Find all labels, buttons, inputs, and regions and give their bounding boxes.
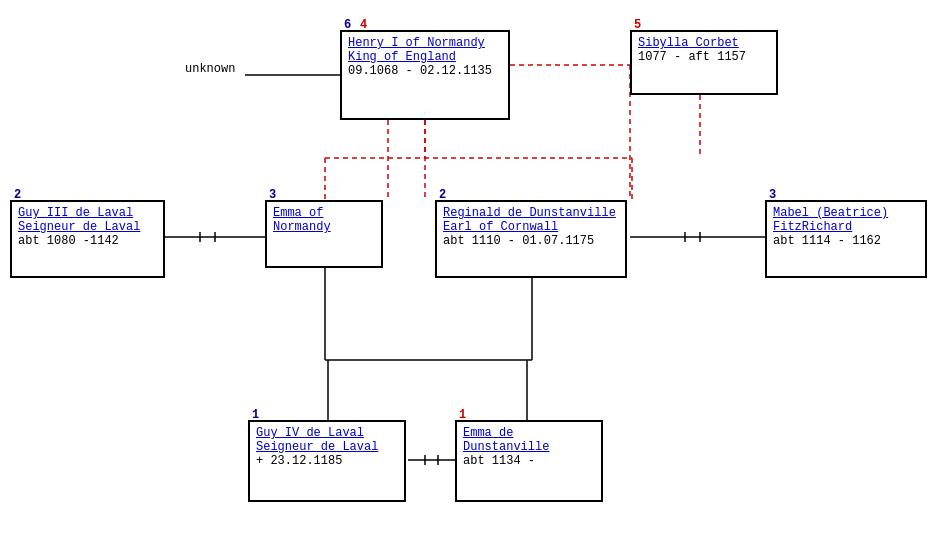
emma-dunst-name1: Emma de — [463, 426, 513, 440]
guy4-name1: Guy IV de Laval — [256, 426, 364, 440]
reginald-dates: abt 1110 - 01.07.1175 — [443, 234, 594, 248]
guy3-link[interactable]: Guy III de Laval Seigneur de Laval — [18, 206, 140, 234]
emma-normandy-link[interactable]: Emma of Normandy — [273, 206, 331, 234]
badge-guy3-2: 2 — [14, 188, 21, 202]
unknown-label: unknown — [185, 62, 235, 76]
badge-henry-6: 6 — [344, 18, 351, 32]
badge-sibylla-5: 5 — [634, 18, 641, 32]
henry-name1: Henry I of Normandy — [348, 36, 485, 50]
mabel-dates: abt 1114 - 1162 — [773, 234, 881, 248]
guy4-name2: Seigneur de Laval — [256, 440, 378, 454]
sibylla-name1: Sibylla Corbet — [638, 36, 739, 50]
family-tree-chart: unknown 6 4 Henry I of Normandy King of … — [0, 0, 951, 551]
badge-reginald-2: 2 — [439, 188, 446, 202]
henry-link[interactable]: Henry I of Normandy King of England — [348, 36, 485, 64]
guy3-dates: abt 1080 -1142 — [18, 234, 119, 248]
badge-emma-normandy-3: 3 — [269, 188, 276, 202]
badge-guy4-1: 1 — [252, 408, 259, 422]
badge-henry-4: 4 — [360, 18, 367, 32]
emma-normandy-name1: Emma of — [273, 206, 323, 220]
person-box-reginald[interactable]: 2 Reginald de Dunstanville Earl of Cornw… — [435, 200, 627, 278]
henry-name2: King of England — [348, 50, 456, 64]
mabel-name2: FitzRichard — [773, 220, 852, 234]
guy3-name2: Seigneur de Laval — [18, 220, 140, 234]
reginald-name1: Reginald de Dunstanville — [443, 206, 616, 220]
person-box-guy3[interactable]: 2 Guy III de Laval Seigneur de Laval abt… — [10, 200, 165, 278]
guy4-link[interactable]: Guy IV de Laval Seigneur de Laval — [256, 426, 378, 454]
guy3-name1: Guy III de Laval — [18, 206, 133, 220]
sibylla-dates: 1077 - aft 1157 — [638, 50, 746, 64]
badge-mabel-3: 3 — [769, 188, 776, 202]
reginald-link[interactable]: Reginald de Dunstanville Earl of Cornwal… — [443, 206, 616, 234]
person-box-mabel[interactable]: 3 Mabel (Beatrice) FitzRichard abt 1114 … — [765, 200, 927, 278]
mabel-link[interactable]: Mabel (Beatrice) FitzRichard — [773, 206, 888, 234]
henry-dates: 09.1068 - 02.12.1135 — [348, 64, 492, 78]
sibylla-link[interactable]: Sibylla Corbet — [638, 36, 739, 50]
badge-emma-dunst-1: 1 — [459, 408, 466, 422]
person-box-henry[interactable]: 6 4 Henry I of Normandy King of England … — [340, 30, 510, 120]
reginald-name2: Earl of Cornwall — [443, 220, 558, 234]
person-box-guy4[interactable]: 1 Guy IV de Laval Seigneur de Laval + 23… — [248, 420, 406, 502]
mabel-name1: Mabel (Beatrice) — [773, 206, 888, 220]
emma-dunstanville-link[interactable]: Emma de Dunstanville — [463, 426, 549, 454]
person-box-emma-normandy[interactable]: 3 Emma of Normandy — [265, 200, 383, 268]
person-box-emma-dunstanville[interactable]: 1 Emma de Dunstanville abt 1134 - — [455, 420, 603, 502]
guy4-dates: + 23.12.1185 — [256, 454, 342, 468]
emma-dunst-name2: Dunstanville — [463, 440, 549, 454]
emma-normandy-name2: Normandy — [273, 220, 331, 234]
person-box-sibylla[interactable]: 5 Sibylla Corbet 1077 - aft 1157 — [630, 30, 778, 95]
emma-dunst-dates: abt 1134 - — [463, 454, 535, 468]
